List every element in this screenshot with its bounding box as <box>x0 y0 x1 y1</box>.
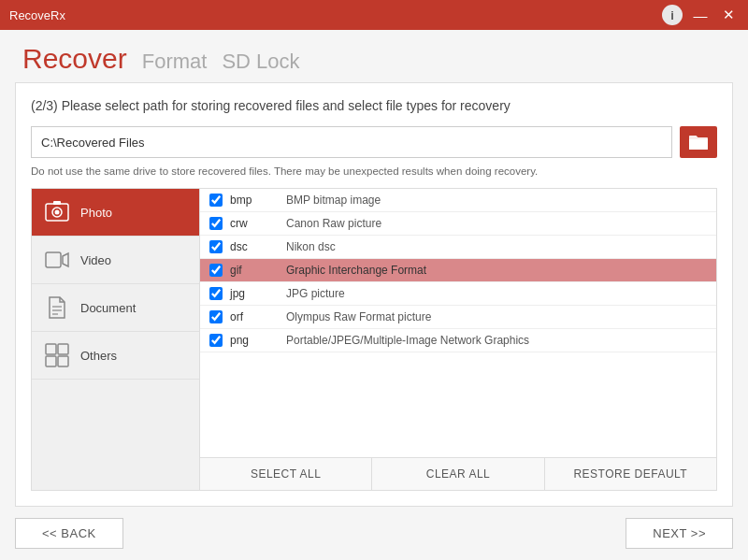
next-button[interactable]: NEXT >> <box>626 518 733 549</box>
file-ext: orf <box>230 310 286 323</box>
file-row[interactable]: pngPortable/JPEG/Multiple-Image Network … <box>200 329 716 352</box>
file-list-area: bmpBMP bitmap imagecrwCanon Raw pictured… <box>200 189 716 490</box>
content-box: (2/3) Please select path for storing rec… <box>15 82 733 507</box>
selector-area: Photo Video <box>31 188 717 491</box>
action-row: SELECT ALL CLEAR ALL RESTORE DEFAULT <box>200 457 716 490</box>
file-desc: BMP bitmap image <box>286 194 381 207</box>
titlebar: RecoveRx i — ✕ <box>0 0 748 30</box>
warning-text: Do not use the same drive to store recov… <box>31 165 717 177</box>
path-input[interactable] <box>31 126 672 158</box>
clear-all-button[interactable]: CLEAR ALL <box>372 458 544 490</box>
minimize-button[interactable]: — <box>690 5 711 25</box>
category-document[interactable]: Document <box>32 284 199 332</box>
category-photo[interactable]: Photo <box>32 189 199 237</box>
document-icon <box>43 294 71 322</box>
file-ext: bmp <box>230 194 286 207</box>
back-button[interactable]: << BACK <box>15 518 123 549</box>
file-checkbox-bmp[interactable] <box>209 194 223 207</box>
photo-icon <box>43 198 71 226</box>
svg-rect-12 <box>58 356 68 366</box>
nav-recover[interactable]: Recover <box>22 43 127 75</box>
svg-rect-3 <box>53 201 61 205</box>
file-desc: Olympus Raw Format picture <box>286 310 431 323</box>
svg-rect-9 <box>46 344 56 354</box>
category-photo-label: Photo <box>80 206 112 220</box>
file-checkbox-jpg[interactable] <box>209 287 223 300</box>
file-desc: Canon Raw picture <box>286 217 381 230</box>
file-ext: jpg <box>230 287 286 300</box>
file-row[interactable]: dscNikon dsc <box>200 236 716 259</box>
svg-rect-4 <box>46 252 61 267</box>
file-ext: crw <box>230 217 286 230</box>
info-button[interactable]: i <box>662 5 683 25</box>
file-desc: Portable/JPEG/Multiple-Image Network Gra… <box>286 334 529 347</box>
browse-folder-button[interactable] <box>680 126 717 158</box>
svg-point-2 <box>55 210 60 215</box>
file-checkbox-gif[interactable] <box>209 264 223 277</box>
bottom-nav: << BACK NEXT >> <box>0 507 748 560</box>
category-others-label: Others <box>80 349 117 363</box>
main-area: Recover Format SD Lock (2/3) Please sele… <box>0 30 748 560</box>
file-checkbox-orf[interactable] <box>209 310 223 323</box>
category-others[interactable]: Others <box>32 332 199 380</box>
file-desc: Graphic Interchange Format <box>286 264 426 277</box>
category-sidebar: Photo Video <box>32 189 200 490</box>
close-button[interactable]: ✕ <box>718 5 739 25</box>
file-row[interactable]: crwCanon Raw picture <box>200 212 716 236</box>
file-list-scroll[interactable]: bmpBMP bitmap imagecrwCanon Raw pictured… <box>200 189 716 457</box>
file-row[interactable]: jpgJPG picture <box>200 282 716 306</box>
file-checkbox-crw[interactable] <box>209 217 223 230</box>
category-video[interactable]: Video <box>32 237 199 284</box>
step-title: (2/3) Please select path for storing rec… <box>31 98 717 113</box>
nav-format[interactable]: Format <box>142 50 208 74</box>
category-document-label: Document <box>80 301 136 315</box>
file-desc: Nikon dsc <box>286 240 336 253</box>
svg-rect-11 <box>46 356 56 366</box>
file-row[interactable]: bmpBMP bitmap image <box>200 189 716 212</box>
file-ext: dsc <box>230 240 286 253</box>
file-ext: gif <box>230 264 286 277</box>
others-icon <box>43 341 71 369</box>
restore-default-button[interactable]: RESTORE DEFAULT <box>545 458 716 490</box>
select-all-button[interactable]: SELECT ALL <box>200 458 372 490</box>
video-icon <box>43 246 71 274</box>
path-row <box>31 126 717 158</box>
file-checkbox-dsc[interactable] <box>209 240 223 253</box>
titlebar-controls: i — ✕ <box>662 5 739 25</box>
file-desc: JPG picture <box>286 287 345 300</box>
file-ext: png <box>230 334 286 347</box>
app-title: RecoveRx <box>9 8 65 22</box>
category-video-label: Video <box>80 253 111 267</box>
nav-sdlock[interactable]: SD Lock <box>222 50 299 74</box>
file-row[interactable]: gifGraphic Interchange Format <box>200 259 716 282</box>
nav-header: Recover Format SD Lock <box>0 30 748 82</box>
file-checkbox-png[interactable] <box>209 334 223 347</box>
folder-icon <box>688 134 709 151</box>
svg-rect-10 <box>58 344 68 354</box>
file-row[interactable]: orfOlympus Raw Format picture <box>200 306 716 329</box>
svg-marker-5 <box>63 253 68 266</box>
